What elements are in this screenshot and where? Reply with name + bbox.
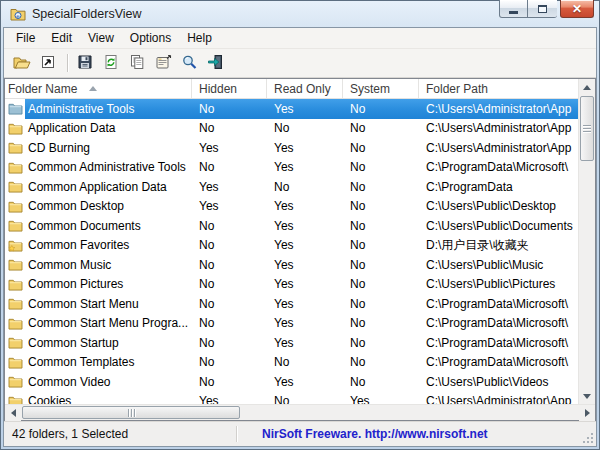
thumb-grip (131, 409, 132, 417)
cell-system: No (343, 138, 419, 158)
table-row[interactable]: Common StartupNoYesNoC:\ProgramData\Micr… (5, 333, 578, 353)
cell-hidden: No (192, 158, 267, 178)
table-row[interactable]: Common Start MenuNoYesNoC:\ProgramData\M… (5, 294, 578, 314)
cell-read-only: Yes (267, 275, 343, 295)
find-button[interactable] (177, 51, 201, 75)
cell-read-only: Yes (267, 372, 343, 392)
table-row[interactable]: Common TemplatesNoNoNoC:\ProgramData\Mic… (5, 353, 578, 373)
thumb-grip (134, 409, 135, 417)
open-folder-icon (13, 54, 31, 73)
cell-hidden: No (192, 275, 267, 295)
scroll-right-button[interactable] (579, 405, 595, 421)
column-header-system[interactable]: System (343, 79, 419, 98)
close-button[interactable]: ✕ (560, 0, 594, 18)
menu-bar: FileEditViewOptionsHelp (4, 28, 596, 49)
menu-edit[interactable]: Edit (43, 28, 80, 48)
properties-button[interactable] (151, 51, 175, 75)
exit-button[interactable] (203, 51, 227, 75)
cell-read-only: Yes (267, 216, 343, 236)
thumb-grip (583, 128, 591, 129)
folder-icon (5, 275, 25, 295)
table-row[interactable]: CookiesYesNoYesC:\Users\Administrator\Ap… (5, 392, 578, 405)
cell-system: No (343, 119, 419, 139)
table-row[interactable]: Administrative ToolsNoYesNoC:\Users\Admi… (5, 99, 578, 119)
scroll-up-button[interactable] (579, 79, 595, 95)
open-folder-button[interactable] (10, 51, 34, 75)
column-label: Hidden (199, 82, 237, 96)
scroll-left-button[interactable] (5, 405, 21, 421)
cell-read-only: No (267, 353, 343, 373)
table-row[interactable]: Common DesktopYesYesNoC:\Users\Public\De… (5, 197, 578, 217)
vertical-scroll-track[interactable] (579, 95, 595, 388)
table-row[interactable]: Common Start Menu Progra...NoYesNoC:\Pro… (5, 314, 578, 334)
column-header-folder-path[interactable]: Folder Path (419, 79, 578, 98)
thumb-grip (583, 131, 591, 132)
cell-read-only: Yes (267, 99, 343, 119)
horizontal-scrollbar[interactable] (5, 404, 595, 420)
table-row[interactable]: CD BurningYesYesNoC:\Users\Administrator… (5, 138, 578, 158)
vertical-scrollbar[interactable] (578, 79, 595, 404)
minimize-button[interactable] (499, 0, 528, 18)
app-icon: e (10, 6, 26, 22)
cell-folder-name: Common Music (25, 255, 192, 275)
cell-hidden: Yes (192, 197, 267, 217)
cell-hidden: Yes (192, 138, 267, 158)
scroll-down-button[interactable] (579, 388, 595, 404)
cell-system: No (343, 353, 419, 373)
menu-file[interactable]: File (8, 28, 43, 48)
goto-folder-button[interactable] (36, 51, 60, 75)
horizontal-scroll-thumb[interactable] (22, 406, 240, 419)
table-row[interactable]: Common Application DataYesNoNoC:\Program… (5, 177, 578, 197)
table-row[interactable]: Application DataNoNoNoC:\Users\Administr… (5, 119, 578, 139)
column-header-hidden[interactable]: Hidden (192, 79, 267, 98)
goto-folder-icon (40, 54, 56, 73)
folder-icon (5, 138, 25, 158)
cell-folder-path: C:\Users\Public\Documents (419, 216, 578, 236)
cell-folder-name: Common Favorites (25, 236, 192, 256)
menu-help[interactable]: Help (179, 28, 220, 48)
menu-options[interactable]: Options (122, 28, 179, 48)
arrow-down-icon (583, 394, 591, 399)
cell-hidden: No (192, 294, 267, 314)
copy-button[interactable] (125, 51, 149, 75)
status-bar: 42 folders, 1 Selected NirSoft Freeware.… (4, 421, 596, 446)
exit-icon (207, 54, 224, 73)
column-header-folder-name[interactable]: Folder Name (5, 79, 192, 98)
resize-grip[interactable] (582, 432, 594, 444)
save-icon (77, 54, 93, 73)
cell-folder-name: Common Pictures (25, 275, 192, 295)
folder-icon (5, 197, 25, 217)
toolbar (4, 49, 596, 78)
maximize-icon (538, 5, 547, 13)
column-header-read-only[interactable]: Read Only (267, 79, 343, 98)
nirsoft-link[interactable]: NirSoft Freeware. http://www.nirsoft.net (262, 422, 488, 446)
table-row[interactable]: Common FavoritesNoYesNoD:\用户目录\收藏夹 (5, 236, 578, 256)
folder-icon (5, 158, 25, 178)
status-selection-count: 42 folders, 1 Selected (4, 427, 128, 441)
cell-folder-path: C:\ProgramData\Microsoft\ (419, 294, 578, 314)
table-row[interactable]: Common DocumentsNoYesNoC:\Users\Public\D… (5, 216, 578, 236)
folder-icon (5, 294, 25, 314)
cell-folder-path: C:\Users\Administrator\App (419, 119, 578, 139)
vertical-scroll-thumb[interactable] (580, 96, 594, 161)
cell-folder-path: C:\Users\Public\Videos (419, 372, 578, 392)
thumb-grip (583, 125, 591, 126)
cell-hidden: No (192, 119, 267, 139)
cell-folder-name: Common Administrative Tools (25, 158, 192, 178)
refresh-button[interactable] (99, 51, 123, 75)
cell-hidden: No (192, 255, 267, 275)
arrow-right-icon (585, 409, 590, 417)
table-row[interactable]: Common Administrative ToolsNoYesNoC:\Pro… (5, 158, 578, 178)
save-button[interactable] (73, 51, 97, 75)
maximize-button[interactable] (528, 0, 557, 18)
table-row[interactable]: Common VideoNoYesNoC:\Users\Public\Video… (5, 372, 578, 392)
menu-view[interactable]: View (80, 28, 122, 48)
cell-folder-path: C:\Users\Administrator\App (419, 99, 578, 119)
table-row[interactable]: Common PicturesNoYesNoC:\Users\Public\Pi… (5, 275, 578, 295)
cell-folder-path: C:\Users\Public\Pictures (419, 275, 578, 295)
caption-buttons: ✕ (499, 0, 594, 18)
horizontal-scroll-track[interactable] (21, 405, 579, 420)
cell-system: No (343, 372, 419, 392)
cell-folder-name: Common Documents (25, 216, 192, 236)
table-row[interactable]: Common MusicNoYesNoC:\Users\Public\Music (5, 255, 578, 275)
